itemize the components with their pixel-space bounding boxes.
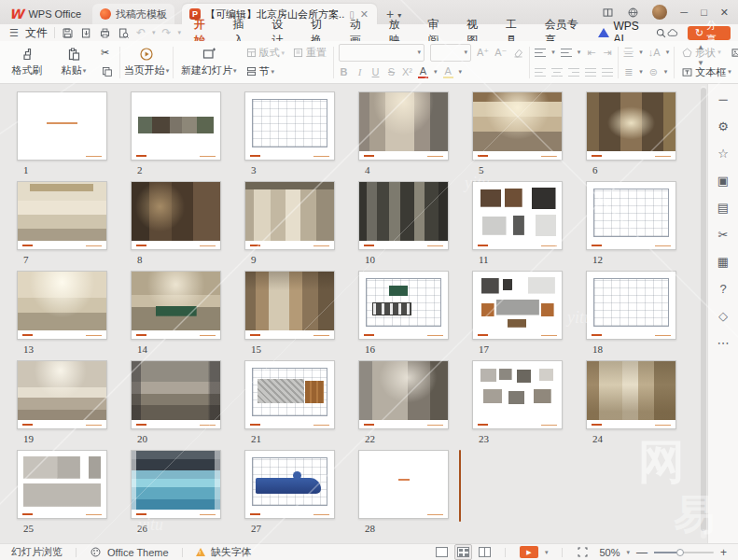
hamburger-icon[interactable]: ☰ (9, 27, 19, 39)
minimize-button[interactable]: ─ (680, 7, 688, 18)
underline-button[interactable]: U (370, 66, 381, 77)
zoom-slider[interactable] (654, 552, 714, 553)
paste-button[interactable]: 粘贴▾ (52, 44, 95, 81)
distribute-button[interactable] (602, 68, 613, 77)
bullets-button[interactable] (535, 49, 546, 57)
justify-button[interactable] (585, 68, 596, 77)
slide-thumbnail[interactable] (358, 181, 449, 250)
increase-font-button[interactable]: A⁺ (477, 47, 489, 59)
slide-thumbnail[interactable] (17, 181, 107, 250)
slides-panel-icon[interactable]: ▣ (716, 173, 731, 188)
chevron-down-icon[interactable]: ▼ (697, 59, 704, 67)
file-menu[interactable]: 文件 (25, 25, 48, 41)
italic-button[interactable]: I (355, 66, 365, 77)
text-shading-button[interactable]: 亖 (623, 46, 634, 60)
slide-thumbnail[interactable] (472, 271, 563, 340)
align-left-button[interactable] (535, 68, 546, 77)
increase-indent-button[interactable]: ⇥ (602, 47, 612, 59)
bold-button[interactable]: B (339, 66, 349, 77)
help-icon[interactable]: ? (716, 281, 731, 296)
copy-button[interactable] (99, 63, 115, 79)
slideshow-chevron-icon[interactable]: ▾ (545, 549, 549, 556)
slide-thumbnail[interactable] (131, 181, 221, 250)
cloud-sync-icon[interactable] (667, 27, 677, 39)
align-center-button[interactable] (551, 68, 563, 77)
slide-thumbnail[interactable] (244, 181, 335, 250)
align-right-button[interactable] (568, 68, 579, 77)
slide-thumbnail[interactable] (586, 91, 676, 161)
favorites-icon[interactable]: ☆ (716, 146, 731, 161)
zoom-out-button[interactable]: — (636, 547, 647, 558)
tab-template-site[interactable]: 找稿壳模板 (92, 4, 174, 24)
slide-thumbnail[interactable] (17, 271, 107, 340)
slide-thumbnail[interactable] (244, 360, 335, 429)
save-icon[interactable] (62, 27, 74, 39)
fit-screen-icon[interactable] (577, 546, 589, 558)
slide-thumbnail[interactable] (17, 450, 107, 519)
chevron-up-icon[interactable]: ▲ (697, 43, 704, 51)
vertical-scrollbar[interactable] (701, 86, 706, 539)
slide-thumbnail[interactable] (472, 91, 563, 161)
split-view-icon[interactable] (602, 7, 614, 19)
share-button[interactable]: ↻ 分享 (688, 26, 731, 40)
slideshow-button[interactable]: ▶ (520, 546, 538, 558)
undo-icon[interactable]: ↶ (136, 26, 146, 39)
search-icon[interactable] (655, 27, 667, 39)
slide-thumbnail[interactable] (244, 91, 335, 161)
numbering-button[interactable] (561, 49, 572, 57)
smart-design-icon[interactable]: ▤ (716, 200, 731, 215)
reading-view-button[interactable] (479, 547, 491, 557)
tools-icon[interactable]: ✂ (716, 227, 731, 242)
textbox-button[interactable]: 文本框▾ (679, 64, 733, 80)
strikethrough-button[interactable]: S (386, 66, 397, 77)
slide-thumbnail[interactable] (472, 360, 563, 429)
picture-button[interactable]: 图片▾ (729, 45, 738, 61)
new-slide-button[interactable]: 新建幻灯片▾ (178, 44, 240, 81)
redo-icon[interactable]: ↷ (161, 26, 171, 39)
clear-format-icon[interactable] (512, 47, 524, 59)
user-avatar[interactable] (652, 5, 667, 20)
layout-button[interactable]: 版式▾ (244, 45, 287, 61)
maximize-button[interactable]: □ (701, 7, 707, 18)
line-spacing-button[interactable]: ≣ (623, 66, 634, 78)
theme-name[interactable]: Office Theme (107, 547, 169, 558)
zoom-level[interactable]: 50% (595, 547, 620, 558)
crop-panel-icon[interactable]: ▦ (716, 254, 731, 269)
slide-thumbnail[interactable] (586, 360, 676, 429)
globe-icon[interactable] (627, 7, 639, 19)
slide-thumbnail[interactable] (131, 271, 221, 340)
collapse-icon[interactable]: ─ (716, 91, 731, 106)
slide-thumbnail[interactable] (17, 91, 107, 161)
more-icon[interactable]: ⋯ (716, 335, 731, 350)
slide-thumbnail[interactable] (244, 271, 335, 340)
smart-typeset-button[interactable]: ⊜ (648, 66, 659, 78)
font-size-select[interactable]: ▾ (430, 44, 471, 62)
promotion-icon[interactable]: ◇ (716, 308, 731, 323)
slide-thumbnail[interactable] (586, 271, 676, 340)
superscript-button[interactable]: X² (402, 66, 412, 77)
scrollbar-thumb[interactable] (701, 88, 706, 531)
properties-icon[interactable]: ⚙ (716, 119, 731, 133)
close-button[interactable]: ✕ (720, 7, 729, 18)
slide-thumbnail[interactable] (17, 360, 107, 429)
slide-thumbnail[interactable] (244, 450, 335, 519)
slide-thumbnail[interactable] (472, 181, 563, 250)
zoom-slider-knob[interactable] (676, 549, 684, 556)
cut-button[interactable]: ✂ (99, 45, 115, 61)
play-from-current-button[interactable]: 当页开始▾ (125, 44, 168, 81)
missing-font-label[interactable]: 缺失字体 (211, 545, 252, 559)
decrease-indent-button[interactable]: ⇤ (586, 47, 596, 59)
print-icon[interactable] (99, 27, 111, 39)
decrease-font-button[interactable]: A⁻ (494, 47, 507, 59)
normal-view-button[interactable] (436, 547, 448, 557)
highlight-color-button[interactable]: A (443, 66, 453, 78)
reset-button[interactable]: 重置 (290, 45, 328, 61)
slide-thumbnail[interactable] (586, 181, 676, 250)
format-painter-button[interactable]: 格式刷 (6, 44, 49, 81)
print-preview-icon[interactable] (118, 27, 130, 39)
slide-thumbnail[interactable] (131, 91, 221, 161)
zoom-in-button[interactable]: + (720, 547, 727, 558)
slide-sorter-area[interactable]: 1234567891011121314151617181920212223242… (0, 84, 707, 544)
font-color-button[interactable]: A (418, 66, 428, 78)
slide-thumbnail[interactable] (358, 360, 449, 429)
